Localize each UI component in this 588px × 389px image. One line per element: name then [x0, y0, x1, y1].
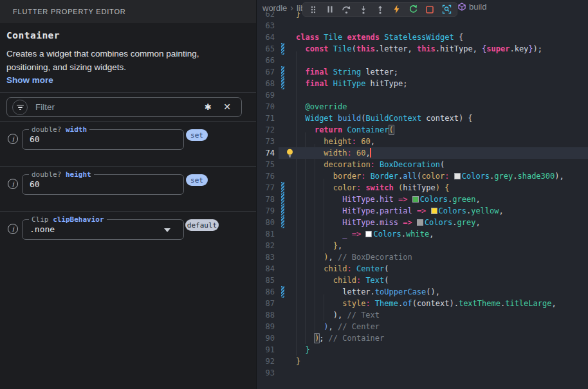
color-swatch[interactable]	[417, 219, 423, 226]
gutter-spacer	[281, 251, 284, 263]
code-line-81[interactable]: 81 _ => Colors.white,	[257, 228, 588, 240]
step-into-icon[interactable]	[355, 3, 372, 16]
widget-description: Creates a widget that combines common pa…	[6, 48, 239, 75]
property-name: clipBehavior	[53, 215, 104, 224]
code-line-90[interactable]: 90 ); // Container	[257, 332, 588, 344]
code-editor[interactable]: 62}6364class Tile extends StatelessWidge…	[257, 8, 588, 379]
width-value[interactable]: 60	[30, 130, 40, 149]
line-number: 77	[257, 182, 275, 194]
gutter-spacer	[281, 159, 284, 170]
code-line-67[interactable]: 67 final String letter;	[257, 66, 588, 78]
breadcrumb-leaf[interactable]: build	[469, 2, 486, 12]
step-over-icon[interactable]	[338, 3, 355, 16]
line-number: 73	[257, 136, 275, 147]
set-button[interactable]: set	[186, 129, 208, 141]
pause-icon[interactable]	[322, 3, 338, 16]
property-name: width	[66, 125, 87, 134]
code-line-71[interactable]: 71 Widget build(BuildContext context) {	[257, 113, 588, 124]
line-number: 91	[257, 344, 275, 356]
code-line-70[interactable]: 70 @override	[257, 101, 588, 113]
step-out-icon[interactable]	[372, 3, 389, 16]
drag-grip-icon[interactable]	[305, 3, 322, 16]
set-button[interactable]: set	[186, 174, 208, 186]
info-icon[interactable]: i	[8, 224, 18, 234]
line-number: 71	[257, 113, 275, 124]
filter-input[interactable]	[35, 98, 209, 116]
code-line-64[interactable]: 64class Tile extends StatelessWidget {	[257, 32, 588, 43]
filter-funnel-button[interactable]	[12, 100, 28, 115]
modified-line-indicator	[281, 217, 284, 228]
color-swatch[interactable]	[412, 196, 419, 203]
width-input-field[interactable]: double? width 60	[22, 129, 184, 150]
default-button[interactable]: default	[185, 219, 219, 231]
line-number: 67	[257, 66, 275, 78]
gutter-spacer	[281, 124, 284, 136]
gutter-spacer	[281, 113, 284, 124]
show-more-link[interactable]: Show more	[6, 75, 53, 85]
text-cursor	[370, 148, 371, 158]
code-line-78[interactable]: 78 HitType.hit => Colors.green,	[257, 194, 588, 205]
gutter-spacer	[281, 321, 284, 332]
code-line-85[interactable]: 85 child: Text(	[257, 275, 588, 286]
line-number: 87	[257, 298, 275, 309]
gutter-spacer	[281, 367, 284, 379]
modified-line-indicator	[281, 205, 284, 217]
code-line-69[interactable]: 69	[257, 89, 588, 101]
code-line-83[interactable]: 83 ), // BoxDecoration	[257, 251, 588, 263]
height-input-field[interactable]: double? height 60	[22, 174, 184, 195]
code-line-88[interactable]: 88 ), // Text	[257, 309, 588, 321]
code-line-77[interactable]: 77 color: switch (hitType) {	[257, 182, 588, 194]
code-line-72[interactable]: 72 return Container(	[257, 124, 588, 136]
height-value[interactable]: 60	[30, 175, 40, 194]
code-line-79[interactable]: 79 HitType.partial => Colors.yellow,	[257, 205, 588, 217]
code-line-82[interactable]: 82 },	[257, 240, 588, 251]
hot-restart-icon[interactable]	[405, 3, 421, 16]
info-icon[interactable]: i	[8, 134, 18, 144]
clipbehavior-value[interactable]: .none	[30, 220, 55, 239]
line-number: 72	[257, 124, 275, 136]
property-name: height	[66, 170, 91, 179]
code-line-68[interactable]: 68 final HitType hitType;	[257, 78, 588, 89]
info-icon[interactable]: i	[8, 179, 18, 189]
chevron-down-icon[interactable]	[164, 228, 170, 232]
line-number: 89	[257, 321, 275, 332]
modified-line-indicator	[281, 286, 284, 298]
code-line-80[interactable]: 80 HitType.miss => Colors.grey,	[257, 217, 588, 228]
code-line-93[interactable]: 93	[257, 367, 588, 379]
widget-inspector-icon[interactable]	[438, 3, 455, 16]
code-line-66[interactable]: 66	[257, 55, 588, 66]
symbol-cube-icon	[457, 2, 466, 12]
breadcrumb-tail[interactable]: build	[457, 2, 486, 12]
stop-icon[interactable]	[421, 3, 438, 16]
code-line-84[interactable]: 84 child: Center(	[257, 263, 588, 275]
code-line-65[interactable]: 65 const Tile(this.letter, this.hitType,…	[257, 43, 588, 55]
line-number: 69	[257, 89, 275, 101]
code-line-74[interactable]: 74 width: 60,	[257, 147, 588, 159]
panel-header-title: FLUTTER PROPERTY EDITOR	[13, 8, 125, 15]
match-asterisk-icon[interactable]: ✱	[205, 102, 212, 112]
code-line-73[interactable]: 73 height: 60,	[257, 136, 588, 147]
code-line-87[interactable]: 87 style: Theme.of(context).textTheme.ti…	[257, 298, 588, 309]
code-line-75[interactable]: 75 decoration: BoxDecoration(	[257, 159, 588, 170]
filter-field[interactable]: ✱ ✕	[6, 97, 242, 117]
clipbehavior-dropdown[interactable]: Clip clipBehavior .none	[22, 219, 184, 240]
line-number: 90	[257, 332, 275, 344]
code-line-76[interactable]: 76 border: Border.all(color: Colors.grey…	[257, 170, 588, 182]
color-swatch[interactable]	[454, 173, 461, 179]
selected-widget-title: Container	[6, 30, 60, 41]
line-number: 63	[257, 20, 275, 32]
debug-toolbar	[302, 2, 457, 17]
hot-reload-icon[interactable]	[388, 3, 405, 16]
code-line-91[interactable]: 91 }	[257, 344, 588, 356]
code-line-63[interactable]: 63	[257, 20, 588, 32]
gutter-spacer	[281, 298, 284, 309]
code-line-92[interactable]: 92}	[257, 356, 588, 367]
color-swatch[interactable]	[365, 231, 372, 237]
color-swatch[interactable]	[431, 208, 437, 214]
code-line-89[interactable]: 89 ), // Center	[257, 321, 588, 332]
line-number: 81	[257, 228, 275, 240]
breadcrumb-root[interactable]: wordle	[262, 3, 287, 13]
line-number: 79	[257, 205, 275, 217]
code-line-86[interactable]: 86 letter.toUpperCase(),	[257, 286, 588, 298]
clear-x-icon[interactable]: ✕	[223, 102, 231, 112]
